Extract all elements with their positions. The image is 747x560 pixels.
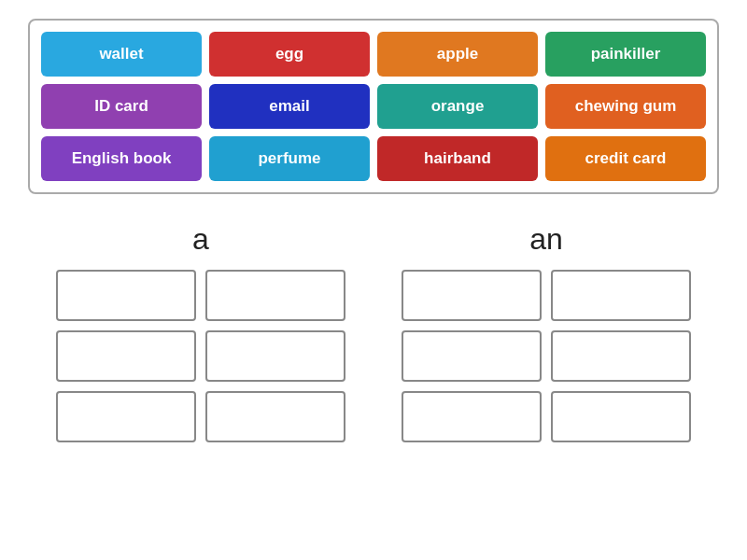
drop-box-group-a-2[interactable] — [56, 330, 196, 382]
drop-box-group-an-3[interactable] — [551, 330, 691, 382]
word-tile-chewing-gum[interactable]: chewing gum — [545, 84, 706, 129]
word-tile-apple[interactable]: apple — [377, 32, 538, 77]
drop-box-group-an-2[interactable] — [402, 330, 542, 382]
word-tile-hairband[interactable]: hairband — [377, 136, 538, 181]
drop-group-label-group-a: a — [192, 222, 209, 257]
drop-box-group-a-0[interactable] — [56, 270, 196, 321]
word-tile-email[interactable]: email — [209, 84, 370, 129]
drop-group-group-an: an — [388, 222, 705, 442]
drop-box-group-an-5[interactable] — [551, 391, 691, 442]
drop-box-group-an-0[interactable] — [402, 270, 542, 321]
word-tile-orange[interactable]: orange — [377, 84, 538, 129]
drop-group-group-a: a — [42, 222, 359, 442]
word-tile-perfume[interactable]: perfume — [209, 136, 370, 181]
drop-box-group-a-5[interactable] — [205, 391, 345, 442]
word-tile-wallet[interactable]: wallet — [41, 32, 202, 77]
drop-box-group-an-4[interactable] — [402, 391, 542, 442]
word-tile-english-book[interactable]: English book — [41, 136, 202, 181]
word-tile-credit-card[interactable]: credit card — [545, 136, 706, 181]
word-bank: walleteggapplepainkillerID cardemailoran… — [28, 19, 719, 194]
drop-box-group-a-4[interactable] — [56, 391, 196, 442]
word-tile-id-card[interactable]: ID card — [41, 84, 202, 129]
word-tile-egg[interactable]: egg — [209, 32, 370, 77]
drop-section: aan — [28, 222, 719, 442]
drop-box-group-a-3[interactable] — [205, 330, 345, 382]
drop-box-group-an-1[interactable] — [551, 270, 691, 321]
word-tile-painkiller[interactable]: painkiller — [545, 32, 706, 77]
drop-grid-group-an — [402, 270, 691, 442]
drop-grid-group-a — [56, 270, 345, 442]
drop-group-label-group-an: an — [529, 222, 563, 257]
main-container: walleteggapplepainkillerID cardemailoran… — [0, 0, 747, 461]
drop-box-group-a-1[interactable] — [205, 270, 345, 321]
